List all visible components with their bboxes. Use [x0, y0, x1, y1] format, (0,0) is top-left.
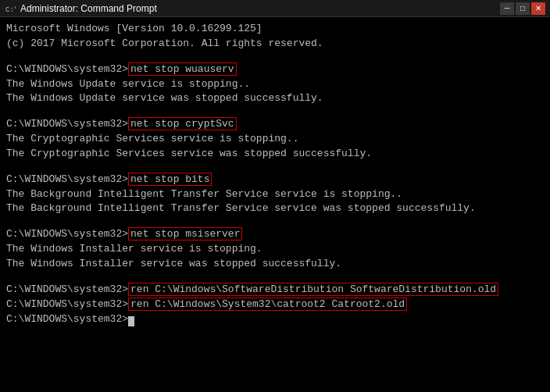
line-out-3a: The Background Intelligent Transfer Serv…: [6, 187, 544, 202]
prompt-5: C:\WINDOWS\system32>: [6, 283, 128, 295]
prompt-2: C:\WINDOWS\system32>: [6, 118, 128, 130]
window-controls: ─ □ ✕: [500, 2, 545, 15]
line-out-1b: The Windows Update service was stopped s…: [6, 91, 544, 106]
command-6: ren C:\Windows\System32\catroot2 Catroot…: [128, 298, 407, 311]
window-title: Administrator: Command Prompt: [20, 3, 500, 14]
prompt-final: C:\WINDOWS\system32>: [6, 313, 128, 325]
prompt-6: C:\WINDOWS\system32>: [6, 298, 128, 310]
line-cmd-6: C:\WINDOWS\system32>ren C:\Windows\Syste…: [6, 298, 544, 312]
blank-2: [6, 106, 544, 117]
line-copyright: (c) 2017 Microsoft Corporation. All righ…: [6, 37, 544, 52]
command-2: net stop cryptSvc: [128, 117, 237, 130]
line-out-4a: The Windows Installer service is stoppin…: [6, 242, 544, 257]
line-final-prompt: C:\WINDOWS\system32>: [6, 312, 544, 327]
command-1: net stop wuauserv: [128, 62, 237, 76]
title-bar: C:\ Administrator: Command Prompt ─ □ ✕: [0, 0, 550, 17]
line-out-2b: The Cryptographic Services service was s…: [6, 147, 544, 162]
blank-3: [6, 162, 544, 173]
blank-1: [6, 52, 544, 62]
line-cmd-2: C:\WINDOWS\system32>net stop cryptSvc: [6, 117, 544, 132]
close-button[interactable]: ✕: [531, 2, 545, 15]
command-3: net stop bits: [128, 173, 212, 186]
cursor: [128, 316, 134, 326]
minimize-button[interactable]: ─: [500, 2, 514, 15]
line-cmd-5: C:\WINDOWS\system32>ren C:\Windows\Softw…: [6, 283, 544, 298]
prompt-3: C:\WINDOWS\system32>: [6, 173, 128, 185]
blank-4: [6, 216, 544, 227]
terminal[interactable]: Microsoft Windows [Version 10.0.16299.12…: [0, 17, 550, 392]
cmd-icon: C:\: [5, 3, 16, 14]
line-out-4b: The Windows Installer service was stoppe…: [6, 257, 544, 272]
line-out-2a: The Cryptographic Services service is st…: [6, 132, 544, 147]
prompt-4: C:\WINDOWS\system32>: [6, 228, 128, 240]
line-cmd-3: C:\WINDOWS\system32>net stop bits: [6, 173, 544, 187]
line-cmd-1: C:\WINDOWS\system32>net stop wuauserv: [6, 62, 544, 77]
blank-5: [6, 272, 544, 283]
command-4: net stop msiserver: [128, 227, 242, 241]
command-5: ren C:\Windows\SoftwareDistribution Soft…: [128, 283, 498, 296]
prompt-1: C:\WINDOWS\system32>: [6, 63, 128, 75]
line-out-3b: The Background Intelligent Transfer Serv…: [6, 201, 544, 216]
svg-text:C:\: C:\: [5, 6, 16, 14]
line-version: Microsoft Windows [Version 10.0.16299.12…: [6, 22, 544, 37]
line-cmd-4: C:\WINDOWS\system32>net stop msiserver: [6, 227, 544, 242]
line-out-1a: The Windows Update service is stopping..: [6, 77, 544, 92]
maximize-button[interactable]: □: [516, 2, 530, 15]
